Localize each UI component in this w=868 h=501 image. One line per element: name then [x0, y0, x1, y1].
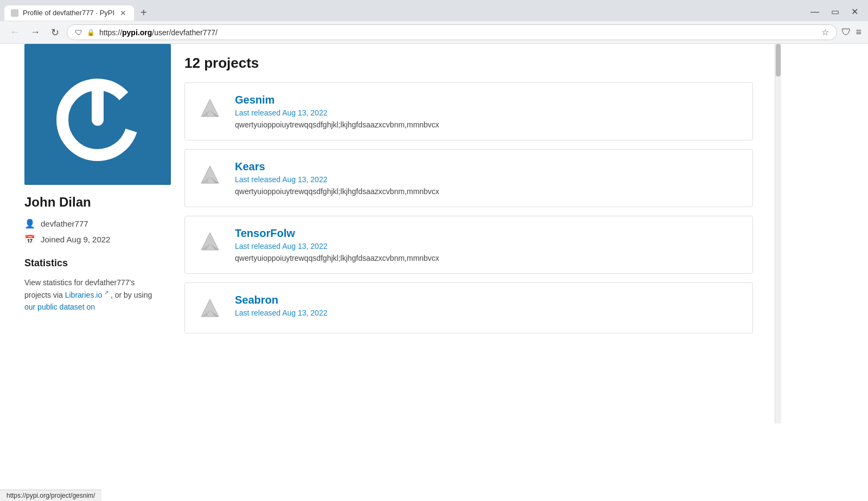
project-name-kears[interactable]: Kears [235, 160, 739, 173]
address-bar-right: 🛡 ≡ [841, 27, 861, 38]
project-released-tensorfolw: Last released Aug 13, 2022 [235, 242, 739, 251]
joined-text: Joined Aug 9, 2022 [41, 235, 110, 244]
tab-title: Profile of devfather777 · PyPI [23, 9, 114, 17]
url-path: /user/devfather777/ [152, 28, 218, 37]
svg-marker-8 [201, 233, 219, 250]
menu-icon[interactable]: ≡ [856, 27, 861, 38]
project-name-seabron[interactable]: Seabron [235, 294, 739, 306]
statistics-heading: Statistics [24, 258, 157, 269]
tab-bar: Profile of devfather777 · PyPI ✕ + — ▭ ✕ [0, 0, 868, 21]
project-released-seabron: Last released Aug 13, 2022 [235, 309, 739, 317]
project-card-seabron[interactable]: Seabron Last released Aug 13, 2022 [184, 282, 753, 333]
project-released-kears: Last released Aug 13, 2022 [235, 175, 739, 184]
project-info-seabron: Seabron Last released Aug 13, 2022 [235, 294, 739, 320]
scrollbar-thumb[interactable] [776, 44, 781, 76]
project-desc-tensorfolw: qwertyuioppoiuytrewqqsdfghjkl;lkjhgfdsaa… [235, 254, 739, 262]
username-text: devfather777 [41, 219, 88, 228]
svg-marker-5 [201, 166, 219, 183]
project-info-gesnim: Gesnim Last released Aug 13, 2022 qwerty… [235, 94, 739, 129]
bookmark-icon[interactable]: ☆ [821, 27, 829, 37]
project-icon-gesnim [196, 94, 224, 122]
joined-row: 📅 Joined Aug 9, 2022 [24, 234, 157, 245]
shield-check-icon: 🛡 [841, 27, 851, 38]
tab-close-button[interactable]: ✕ [119, 9, 127, 17]
stats-text-middle: , or by using [111, 291, 152, 299]
forward-button[interactable]: → [27, 25, 43, 39]
calendar-icon: 📅 [24, 234, 35, 245]
project-card-kears[interactable]: Kears Last released Aug 13, 2022 qwertyu… [184, 149, 753, 207]
project-icon-tensorfolw [196, 227, 224, 255]
user-name: John Dilan [24, 195, 157, 210]
shield-icon: 🛡 [75, 28, 82, 37]
url-domain: pypi.org [122, 28, 152, 37]
project-name-gesnim[interactable]: Gesnim [235, 94, 739, 106]
close-window-button[interactable]: ✕ [846, 5, 864, 18]
active-tab[interactable]: Profile of devfather777 · PyPI ✕ [4, 5, 134, 21]
project-released-gesnim: Last released Aug 13, 2022 [235, 108, 739, 117]
username-row: 👤 devfather777 [24, 219, 157, 229]
tab-favicon [11, 9, 18, 17]
maximize-button[interactable]: ▭ [826, 5, 845, 18]
main-content: 12 projects Gesnim Last released Aug 13,… [174, 44, 775, 423]
new-tab-button[interactable]: + [136, 4, 151, 21]
back-button[interactable]: ← [7, 25, 23, 39]
url-text: https://pypi.org/user/devfather777/ [99, 28, 817, 37]
page-container: John Dilan 👤 devfather777 📅 Joined Aug 9… [0, 44, 781, 423]
minimize-button[interactable]: — [805, 5, 825, 18]
svg-marker-2 [201, 99, 219, 117]
public-dataset-link[interactable]: our public dataset on [24, 303, 95, 311]
project-name-tensorfolw[interactable]: TensorFolw [235, 227, 739, 240]
person-icon: 👤 [24, 219, 35, 229]
project-desc-gesnim: qwertyuioppoiuytrewqqsdfghjkl;lkjhgfdsaa… [235, 120, 739, 129]
projects-count: 12 projects [184, 55, 753, 72]
external-link-icon: ↗ [104, 290, 108, 296]
project-card-tensorfolw[interactable]: TensorFolw Last released Aug 13, 2022 qw… [184, 216, 753, 274]
libraries-io-link[interactable]: Libraries.io ↗ [65, 291, 108, 299]
url-input[interactable]: 🛡 🔒 https://pypi.org/user/devfather777/ … [67, 24, 837, 40]
reload-button[interactable]: ↻ [48, 25, 62, 40]
project-info-tensorfolw: TensorFolw Last released Aug 13, 2022 qw… [235, 227, 739, 262]
project-icon-seabron [196, 294, 224, 322]
project-card-gesnim[interactable]: Gesnim Last released Aug 13, 2022 qwerty… [184, 82, 753, 140]
browser-chrome: Profile of devfather777 · PyPI ✕ + — ▭ ✕… [0, 0, 868, 44]
scrollbar-track[interactable] [775, 44, 781, 423]
lock-icon: 🔒 [87, 29, 95, 36]
window-controls: — ▭ ✕ [805, 5, 864, 20]
project-info-kears: Kears Last released Aug 13, 2022 qwertyu… [235, 160, 739, 196]
power-icon [43, 60, 152, 169]
address-bar: ← → ↻ 🛡 🔒 https://pypi.org/user/devfathe… [0, 21, 868, 43]
project-desc-kears: qwertyuioppoiuytrewqqsdfghjkl;lkjhgfdsaa… [235, 187, 739, 196]
statistics-text: View statistics for devfather777's proje… [24, 277, 157, 313]
sidebar: John Dilan 👤 devfather777 📅 Joined Aug 9… [0, 44, 174, 423]
avatar [24, 44, 171, 185]
svg-marker-11 [201, 299, 219, 317]
project-icon-kears [196, 160, 224, 189]
